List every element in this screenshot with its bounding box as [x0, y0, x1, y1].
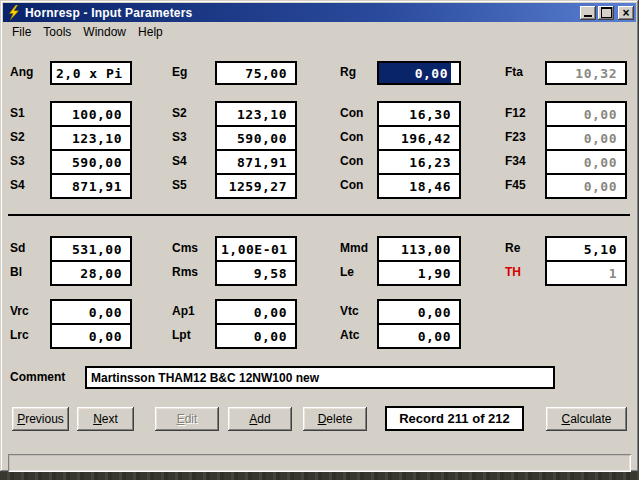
- re-field[interactable]: 5,10: [545, 236, 627, 262]
- fta-field: 10,32: [545, 61, 627, 85]
- comment-label: Comment: [10, 371, 65, 384]
- atc-label: Atc: [340, 329, 359, 342]
- previous-button[interactable]: Previous: [12, 407, 69, 431]
- f45-field: 0,00: [545, 173, 627, 199]
- title-bar[interactable]: Hornresp - Input Parameters ×: [3, 3, 636, 22]
- con4-label: Con: [340, 179, 363, 192]
- con2-field[interactable]: 196,42: [377, 125, 461, 151]
- s1-field[interactable]: 100,00: [50, 101, 132, 127]
- lrc-label: Lrc: [10, 329, 29, 342]
- con3-label: Con: [340, 155, 363, 168]
- next-button[interactable]: Next: [77, 407, 134, 431]
- menu-tools[interactable]: Tools: [37, 23, 77, 41]
- sd-field[interactable]: 531,00: [50, 236, 132, 262]
- con2-label: Con: [340, 131, 363, 144]
- rms-field[interactable]: 9,58: [215, 260, 297, 286]
- le-field[interactable]: 1,90: [377, 260, 461, 286]
- s1-label: S1: [10, 107, 25, 120]
- f34-field: 0,00: [545, 149, 627, 175]
- close-icon: ×: [622, 8, 629, 18]
- s2-end-field[interactable]: 123,10: [215, 101, 297, 127]
- s4-field[interactable]: 871,91: [50, 173, 132, 199]
- atc-field[interactable]: 0,00: [377, 323, 461, 349]
- s3-label: S3: [10, 155, 25, 168]
- bl-label: Bl: [10, 266, 22, 279]
- close-button[interactable]: ×: [618, 6, 634, 20]
- background-strip: [0, 472, 639, 480]
- con1-label: Con: [340, 107, 363, 120]
- vrc-field[interactable]: 0,00: [50, 299, 132, 325]
- lightning-bolt-icon: [6, 5, 22, 20]
- vtc-field[interactable]: 0,00: [377, 299, 461, 325]
- ang-field[interactable]: 2,0 x Pi: [50, 61, 132, 85]
- s3-end-field[interactable]: 590,00: [215, 125, 297, 151]
- f45-label: F45: [505, 179, 526, 192]
- cms-field[interactable]: 1,00E-01: [215, 236, 297, 262]
- eg-label: Eg: [172, 66, 187, 79]
- hornresp-window: Hornresp - Input Parameters × File Tools…: [0, 0, 639, 472]
- edit-button: Edit: [155, 407, 219, 431]
- rg-label: Rg: [340, 66, 356, 79]
- fta-label: Fta: [505, 66, 523, 79]
- s3-end-label: S3: [172, 131, 187, 144]
- s3-field[interactable]: 590,00: [50, 149, 132, 175]
- ang-label: Ang: [10, 66, 33, 79]
- con1-field[interactable]: 16,30: [377, 101, 461, 127]
- f12-label: F12: [505, 107, 526, 120]
- th-field: 1: [545, 260, 627, 286]
- th-label: TH: [505, 266, 521, 279]
- rg-selected-text: 0,00: [379, 63, 451, 83]
- rms-label: Rms: [172, 266, 198, 279]
- f23-field: 0,00: [545, 125, 627, 151]
- f34-label: F34: [505, 155, 526, 168]
- f23-label: F23: [505, 131, 526, 144]
- menu-file[interactable]: File: [6, 23, 37, 41]
- le-label: Le: [340, 266, 354, 279]
- sd-label: Sd: [10, 242, 25, 255]
- s2-field[interactable]: 123,10: [50, 125, 132, 151]
- s4-label: S4: [10, 179, 25, 192]
- section-separator: [8, 214, 630, 216]
- bl-field[interactable]: 28,00: [50, 260, 132, 286]
- s4-end-field[interactable]: 871,91: [215, 149, 297, 175]
- comment-field[interactable]: Martinsson THAM12 B&C 12NW100 new: [85, 366, 555, 389]
- screen: Hornresp - Input Parameters × File Tools…: [0, 0, 639, 480]
- record-counter: Record 211 of 212: [385, 406, 524, 431]
- vtc-label: Vtc: [340, 305, 359, 318]
- maximize-button[interactable]: [598, 6, 614, 20]
- calculate-button[interactable]: Calculate: [546, 407, 627, 431]
- menu-window[interactable]: Window: [77, 23, 132, 41]
- re-label: Re: [505, 242, 520, 255]
- mmd-field[interactable]: 113,00: [377, 236, 461, 262]
- menu-bar: File Tools Window Help: [3, 22, 636, 41]
- window-controls: ×: [580, 6, 634, 20]
- lpt-field[interactable]: 0,00: [215, 323, 297, 349]
- delete-button[interactable]: Delete: [303, 407, 367, 431]
- window-title: Hornresp - Input Parameters: [25, 6, 580, 20]
- cms-label: Cms: [172, 242, 198, 255]
- rg-field[interactable]: 0,00: [377, 61, 461, 85]
- add-button[interactable]: Add: [228, 407, 292, 431]
- ap1-field[interactable]: 0,00: [215, 299, 297, 325]
- con4-field[interactable]: 18,46: [377, 173, 461, 199]
- menu-help[interactable]: Help: [132, 23, 169, 41]
- con3-field[interactable]: 16,23: [377, 149, 461, 175]
- s4-end-label: S4: [172, 155, 187, 168]
- status-bar: [8, 454, 631, 472]
- s5-field[interactable]: 1259,27: [215, 173, 297, 199]
- f12-field: 0,00: [545, 101, 627, 127]
- lpt-label: Lpt: [172, 329, 191, 342]
- vrc-label: Vrc: [10, 305, 29, 318]
- ap1-label: Ap1: [172, 305, 195, 318]
- lrc-field[interactable]: 0,00: [50, 323, 132, 349]
- minimize-button[interactable]: [580, 6, 596, 20]
- mmd-label: Mmd: [340, 242, 368, 255]
- maximize-icon: [601, 7, 612, 18]
- s2-end-label: S2: [172, 107, 187, 120]
- eg-field[interactable]: 75,00: [215, 61, 297, 85]
- minimize-icon: [584, 15, 592, 17]
- s5-label: S5: [172, 179, 187, 192]
- s2-label: S2: [10, 131, 25, 144]
